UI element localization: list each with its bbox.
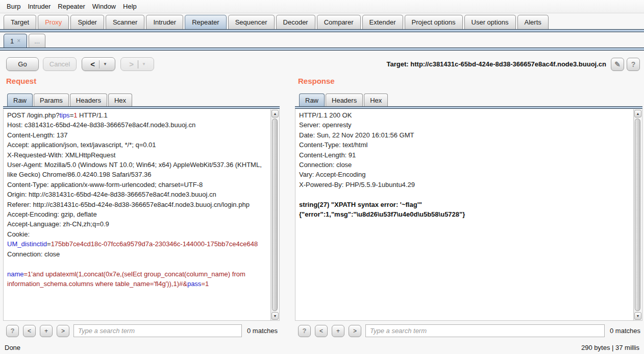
status-bar: Done 290 bytes | 37 millis (0, 341, 644, 354)
response-tab-headers[interactable]: Headers (326, 93, 363, 106)
search-previous-button[interactable]: < (23, 325, 36, 337)
search-next-button[interactable]: > (57, 325, 69, 337)
repeater-tab-1[interactable]: 1 × (4, 34, 27, 48)
response-line: {"error":1,"msg":"\u8d26\u53f7\u4e0d\u5b… (299, 209, 633, 219)
response-search-row: ? < + > 0 matches (298, 324, 642, 338)
request-match-count: 0 matches (246, 327, 280, 335)
tab-extender[interactable]: Extender (362, 15, 403, 29)
request-code[interactable]: POST /login.php?tips=1 HTTP/1.1Host: c38… (4, 109, 270, 320)
repeater-tab-1-label: 1 (10, 37, 14, 45)
tab-alerts[interactable]: Alerts (517, 15, 549, 29)
request-panel-title: Request (6, 77, 36, 85)
chevron-left-icon: < (28, 327, 31, 335)
cancel-button: Cancel (43, 57, 77, 71)
request-line: Origin: http://c381431c-65bd-424e-8d38-3… (7, 190, 270, 199)
response-tab-hex[interactable]: Hex (364, 93, 388, 106)
tab-repeater[interactable]: Repeater (185, 15, 226, 29)
menu-repeater[interactable]: Repeater (54, 1, 88, 12)
request-scrollbar-thumb[interactable] (272, 119, 278, 311)
request-line: Accept-Encoding: gzip, deflate (7, 209, 270, 219)
previous-request-button[interactable]: < ▼ (82, 57, 115, 71)
response-tab-raw[interactable]: Raw (299, 93, 325, 106)
menu-help[interactable]: Help (119, 1, 140, 12)
sub-tab-underline (0, 48, 644, 51)
chevron-left-icon: < (86, 60, 99, 68)
go-button[interactable]: Go (6, 57, 39, 71)
response-line: Vary: Accept-Encoding (299, 170, 633, 179)
tab-proxy[interactable]: Proxy (38, 15, 69, 29)
response-line: Server: openresty (299, 120, 633, 130)
help-icon: ? (303, 327, 307, 335)
response-match-count: 0 matches (609, 327, 642, 335)
response-line: Connection: close (299, 160, 633, 170)
tab-intruder[interactable]: Intruder (146, 15, 183, 29)
caret-down-icon[interactable]: ▼ (100, 62, 111, 66)
tab-sequencer[interactable]: Sequencer (228, 15, 275, 29)
repeater-sub-tab-bar: 1 × ... (4, 34, 45, 48)
search-options-button[interactable]: + (40, 325, 53, 337)
response-search-input[interactable] (365, 324, 605, 337)
tab-target[interactable]: Target (4, 15, 36, 29)
tab-project-options[interactable]: Project options (405, 15, 463, 29)
search-next-button[interactable]: > (349, 325, 361, 337)
request-line (7, 259, 270, 269)
scroll-down-icon[interactable]: ▼ (634, 312, 641, 320)
repeater-tab-more[interactable]: ... (29, 34, 45, 48)
search-previous-button[interactable]: < (315, 325, 328, 337)
chevron-right-icon: > (125, 60, 138, 68)
response-panel: Response RawHeadersHex HTTP/1.1 200 OKSe… (295, 75, 642, 338)
close-icon[interactable]: × (17, 37, 20, 44)
request-line: information_schema.columns where table_n… (7, 279, 270, 289)
help-icon: ? (631, 60, 636, 68)
response-line (299, 190, 633, 199)
request-line: X-Requested-With: XMLHttpRequest (7, 150, 270, 160)
next-request-button: > ▼ (120, 57, 154, 71)
scroll-up-icon[interactable]: ▲ (634, 110, 641, 117)
request-tab-hex[interactable]: Hex (108, 93, 132, 106)
menu-burp[interactable]: Burp (3, 1, 24, 12)
menu-bar: BurpIntruderRepeaterWindowHelp (0, 0, 644, 13)
request-tab-bar: RawParamsHeadersHex (7, 93, 280, 106)
scroll-up-icon[interactable]: ▲ (271, 110, 279, 117)
plus-icon: + (336, 327, 340, 335)
response-line: Content-Type: text/html (299, 140, 633, 150)
response-editor[interactable]: HTTP/1.1 200 OKServer: openrestyDate: Su… (295, 109, 642, 321)
request-editor[interactable]: POST /login.php?tips=1 HTTP/1.1Host: c38… (3, 109, 280, 321)
tab-spider[interactable]: Spider (70, 15, 104, 29)
response-code[interactable]: HTTP/1.1 200 OKServer: openrestyDate: Su… (295, 109, 633, 320)
response-panel-title: Response (298, 77, 335, 85)
target-row: Target: http://c381431c-65bd-424e-8d38-3… (387, 57, 640, 71)
target-help-button[interactable]: ? (627, 58, 640, 71)
scroll-down-icon[interactable]: ▼ (271, 312, 279, 320)
tab-user-options[interactable]: User options (464, 15, 516, 29)
request-tab-params[interactable]: Params (34, 93, 69, 106)
tab-comparer[interactable]: Comparer (317, 15, 361, 29)
search-options-button[interactable]: + (332, 325, 344, 337)
request-line: name=1'and updatexml(1,concat(0x7e,(selE… (7, 269, 270, 279)
search-help-button[interactable]: ? (298, 325, 311, 337)
request-scrollbar[interactable]: ▲ ▼ (270, 109, 279, 320)
search-help-button[interactable]: ? (6, 325, 19, 337)
edit-target-button[interactable]: ✎ (611, 58, 624, 71)
chevron-left-icon: < (319, 327, 323, 335)
plus-icon: + (44, 327, 48, 335)
request-search-input[interactable] (73, 324, 242, 337)
tab-scanner[interactable]: Scanner (106, 15, 144, 29)
request-line: like Gecko) Chrome/86.0.4240.198 Safari/… (7, 170, 270, 179)
menu-window[interactable]: Window (89, 1, 119, 12)
request-line: User-Agent: Mozilla/5.0 (Windows NT 10.0… (7, 160, 270, 170)
request-tab-headers[interactable]: Headers (70, 93, 107, 106)
request-line: Cookie: (7, 229, 270, 239)
pencil-icon: ✎ (614, 60, 621, 68)
main-tab-underline (0, 29, 644, 32)
response-scrollbar[interactable]: ▲ ▼ (633, 109, 642, 320)
response-line: X-Powered-By: PHP/5.5.9-1ubuntu4.29 (299, 180, 633, 190)
request-tab-raw[interactable]: Raw (7, 93, 33, 106)
request-line: Accept-Language: zh-CN,zh;q=0.9 (7, 219, 270, 229)
tab-decoder[interactable]: Decoder (276, 15, 315, 29)
request-line: Connection: close (7, 249, 270, 259)
request-line: POST /login.php?tips=1 HTTP/1.1 (7, 110, 270, 120)
request-tab-underline (3, 106, 280, 109)
response-scrollbar-thumb[interactable] (635, 119, 640, 311)
menu-intruder[interactable]: Intruder (24, 1, 54, 12)
